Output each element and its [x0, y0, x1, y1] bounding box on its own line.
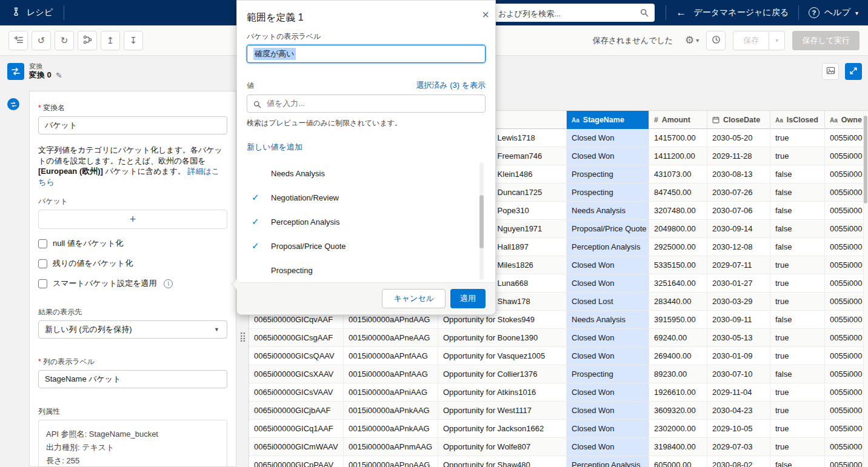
table-cell[interactable]: 3198400.00: [649, 438, 707, 456]
table-cell[interactable]: false: [770, 365, 825, 383]
table-cell[interactable]: 0015i00000aAPnkAAG: [344, 402, 438, 420]
table-cell[interactable]: 0015i00000aAPnfAAG: [344, 365, 438, 383]
preview-image-button[interactable]: [822, 63, 839, 80]
table-cell[interactable]: 5335150.00: [649, 256, 707, 274]
table-cell[interactable]: true: [770, 274, 825, 293]
info-icon[interactable]: i: [164, 279, 173, 288]
table-cell[interactable]: 2029-11-28: [707, 147, 770, 165]
table-cell[interactable]: true: [770, 129, 825, 147]
table-cell[interactable]: 0055i000: [825, 184, 868, 202]
table-cell[interactable]: 1926610.00: [649, 383, 707, 402]
table-cell[interactable]: 0055i000: [825, 420, 868, 438]
table-cell[interactable]: 2049800.00: [649, 220, 707, 238]
table-cell[interactable]: Perception Analysis: [567, 238, 649, 256]
table-cell[interactable]: true: [770, 293, 825, 311]
column-header-StageName[interactable]: AaStageName: [567, 111, 649, 129]
table-cell[interactable]: 0065i00000GICpPAAV: [249, 456, 344, 467]
show-selected-link[interactable]: 選択済み (3) を表示: [416, 80, 486, 91]
bucket-remaining-checkbox[interactable]: [38, 259, 47, 268]
table-cell[interactable]: 0015i00000aAPnmAAG: [344, 438, 438, 456]
table-cell[interactable]: Opportunity for Atkins1016: [438, 383, 567, 402]
table-cell[interactable]: 0055i000: [825, 456, 868, 467]
table-cell[interactable]: true: [770, 420, 825, 438]
table-cell[interactable]: 0065i00000GICsQAAV: [249, 347, 344, 365]
table-cell[interactable]: Opportunity for Wolfe807: [438, 438, 567, 456]
close-icon[interactable]: ×: [482, 8, 489, 21]
search-icon[interactable]: [640, 8, 649, 19]
table-cell[interactable]: true: [770, 347, 825, 365]
table-cell[interactable]: 0065i00000GICsgAAF: [249, 329, 344, 347]
table-vertical-scrollbar[interactable]: [863, 111, 868, 467]
table-cell[interactable]: Opportunity for Boone1390: [438, 329, 567, 347]
table-cell[interactable]: 2030-07-10: [707, 365, 770, 383]
table-cell[interactable]: 2030-07-26: [707, 184, 770, 202]
add-new-value-link[interactable]: 新しい値を追加: [247, 142, 486, 153]
table-cell[interactable]: 0055i000: [825, 129, 868, 147]
scrollbar-thumb[interactable]: [864, 116, 867, 204]
table-cell[interactable]: false: [770, 202, 825, 220]
table-cell[interactable]: 3251640.00: [649, 274, 707, 293]
column-header-IsClosed[interactable]: AaIsClosed: [770, 111, 825, 129]
table-cell[interactable]: Closed Won: [567, 274, 649, 293]
table-cell[interactable]: Closed Won: [567, 347, 649, 365]
table-cell[interactable]: 2030-09-11: [707, 311, 770, 329]
table-cell[interactable]: false: [770, 184, 825, 202]
table-cell[interactable]: 0055i000: [825, 438, 868, 456]
table-cell[interactable]: 2030-05-13: [707, 329, 770, 347]
table-cell[interactable]: 0055i000: [825, 329, 868, 347]
column-label-input[interactable]: StageName バケット: [38, 370, 227, 388]
table-cell[interactable]: 0055i000: [825, 165, 868, 184]
value-option[interactable]: Needs Analysis: [237, 161, 495, 185]
value-option[interactable]: ✓Proposal/Price Quote: [237, 234, 495, 258]
table-cell[interactable]: Needs Analysis: [567, 202, 649, 220]
table-cell[interactable]: 0055i000: [825, 365, 868, 383]
table-cell[interactable]: 2030-01-09: [707, 347, 770, 365]
result-target-select[interactable]: 新しい列 (元の列を保持) ▼: [38, 320, 227, 339]
table-cell[interactable]: 2029-11-04: [707, 383, 770, 402]
table-cell[interactable]: 1411200.00: [649, 147, 707, 165]
table-cell[interactable]: Closed Won: [567, 256, 649, 274]
table-cell[interactable]: 2030-09-14: [707, 220, 770, 238]
table-cell[interactable]: 2030-01-27: [707, 274, 770, 293]
table-cell[interactable]: 0055i000: [825, 274, 868, 293]
table-cell[interactable]: Prospecting: [567, 365, 649, 383]
table-cell[interactable]: 2030-04-23: [707, 402, 770, 420]
table-cell[interactable]: true: [770, 256, 825, 274]
table-cell[interactable]: 2030-07-06: [707, 202, 770, 220]
table-cell[interactable]: Opportunity for Collier1376: [438, 365, 567, 383]
transform-node-icon[interactable]: [7, 63, 24, 80]
table-cell[interactable]: 0055i000: [825, 383, 868, 402]
table-cell[interactable]: 2030-05-20: [707, 129, 770, 147]
table-cell[interactable]: 2925000.00: [649, 238, 707, 256]
table-cell[interactable]: 0055i000: [825, 202, 868, 220]
table-cell[interactable]: false: [770, 311, 825, 329]
table-cell[interactable]: 2302000.00: [649, 420, 707, 438]
table-cell[interactable]: 0065i00000GICq1AAF: [249, 420, 344, 438]
column-header-Amount[interactable]: #Amount: [649, 111, 707, 129]
save-and-run-button[interactable]: 保存して実行: [792, 31, 860, 50]
table-cell[interactable]: 2030-12-08: [707, 238, 770, 256]
table-cell[interactable]: 0015i00000aAPnfAAG: [344, 347, 438, 365]
table-cell[interactable]: Closed Lost: [567, 293, 649, 311]
undo-button[interactable]: ↺: [32, 31, 51, 50]
table-cell[interactable]: Closed Won: [567, 329, 649, 347]
redo-button[interactable]: ↻: [55, 31, 74, 50]
app-title-area[interactable]: レシピ: [0, 0, 64, 25]
value-option[interactable]: ✓Perception Analysis: [237, 210, 495, 234]
table-cell[interactable]: 3207480.00: [649, 202, 707, 220]
table-cell[interactable]: Needs Analysis: [567, 311, 649, 329]
table-cell[interactable]: true: [770, 402, 825, 420]
add-node-button[interactable]: [8, 31, 28, 50]
save-dropdown-button[interactable]: ▾: [769, 31, 785, 50]
table-cell[interactable]: Closed Won: [567, 420, 649, 438]
table-cell[interactable]: 431073.00: [649, 165, 707, 184]
table-cell[interactable]: true: [770, 147, 825, 165]
column-header-Owne[interactable]: AaOwne: [825, 111, 868, 129]
table-cell[interactable]: false: [770, 220, 825, 238]
table-cell[interactable]: 0055i000: [825, 311, 868, 329]
back-to-data-manager-button[interactable]: ← データマネージャに戻る: [676, 7, 789, 19]
table-cell[interactable]: false: [770, 238, 825, 256]
table-cell[interactable]: 0055i000: [825, 238, 868, 256]
table-cell[interactable]: Prospecting: [567, 184, 649, 202]
bucket-label-input[interactable]: 確度が高い: [247, 45, 486, 63]
